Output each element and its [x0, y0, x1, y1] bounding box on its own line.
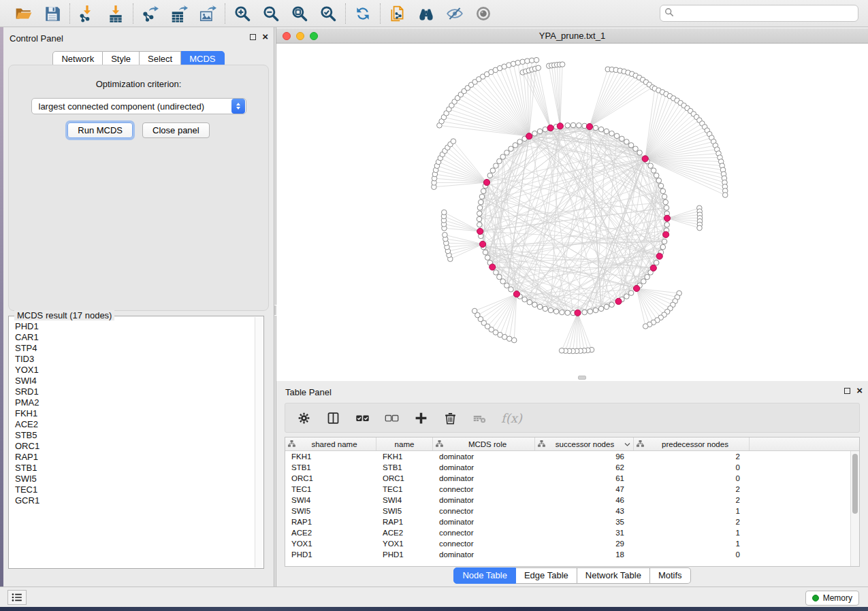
- zoom-fit-content-icon[interactable]: [290, 4, 309, 23]
- table-toolbar: f(x): [285, 403, 860, 433]
- cell-successor-nodes: 46: [535, 495, 634, 506]
- delete-columns-icon[interactable]: [443, 410, 457, 425]
- mcds-result-item[interactable]: GCR1: [15, 495, 255, 506]
- tab-edge-table[interactable]: Edge Table: [516, 567, 577, 584]
- mcds-result-item[interactable]: SWI5: [15, 474, 255, 484]
- memory-button[interactable]: Memory: [805, 591, 859, 606]
- binoculars-search-icon[interactable]: [417, 4, 436, 23]
- mcds-result-item[interactable]: TID3: [15, 354, 255, 365]
- column-header-successor-nodes[interactable]: successor nodes: [535, 437, 634, 450]
- export-image-icon[interactable]: [198, 4, 217, 23]
- cell-successor-nodes: 31: [535, 527, 634, 538]
- mcds-result-item[interactable]: CAR1: [15, 332, 255, 343]
- mcds-result-item[interactable]: FKH1: [15, 408, 255, 419]
- cell-name: SWI5: [376, 506, 433, 516]
- mcds-result-item[interactable]: SRD1: [15, 386, 255, 397]
- close-panel-button[interactable]: Close panel: [142, 122, 210, 138]
- window-close-icon[interactable]: [283, 32, 291, 40]
- mcds-result-item[interactable]: TEC1: [15, 484, 255, 495]
- select-all-checkboxes-icon[interactable]: [355, 410, 370, 425]
- mcds-list-scrollbar[interactable]: [255, 317, 263, 567]
- network-document-share-icon[interactable]: [388, 4, 407, 23]
- tab-node-table[interactable]: Node Table: [453, 567, 516, 584]
- table-row[interactable]: TEC1TEC1connector472: [285, 484, 850, 495]
- table-row[interactable]: RAP1RAP1dominator352: [285, 516, 850, 527]
- window-minimize-icon[interactable]: [296, 32, 304, 40]
- cell-name: STB1: [376, 462, 433, 473]
- canvas-splitter-grip[interactable]: [578, 376, 586, 380]
- mcds-result-item[interactable]: SWI4: [15, 376, 255, 386]
- open-folder-icon[interactable]: [14, 4, 33, 23]
- cell-successor-nodes: 96: [535, 451, 634, 462]
- table-row[interactable]: PHD1PHD1dominator180: [285, 549, 850, 560]
- memory-label: Memory: [823, 593, 852, 603]
- close-panel-icon[interactable]: ×: [262, 33, 268, 41]
- mcds-result-item[interactable]: ACE2: [15, 419, 255, 430]
- cell-shared-name: FKH1: [285, 451, 376, 462]
- mcds-result-item[interactable]: RAP1: [15, 452, 255, 463]
- show-columns-icon[interactable]: [325, 410, 340, 425]
- cell-MCDS-role: dominator: [433, 462, 535, 473]
- table-row[interactable]: SWI5SWI5connector431: [285, 506, 850, 516]
- search-input[interactable]: [677, 8, 854, 18]
- function-builder-icon: f(x): [501, 411, 522, 425]
- column-header-filler: [750, 437, 859, 450]
- column-settings-gear-icon[interactable]: [296, 410, 311, 425]
- close-table-panel-icon[interactable]: ×: [856, 386, 863, 395]
- mcds-result-item[interactable]: ORC1: [15, 441, 255, 452]
- cell-name: TEC1: [376, 484, 433, 495]
- task-history-list-icon[interactable]: [7, 590, 27, 605]
- mcds-result-item[interactable]: PHD1: [15, 321, 255, 332]
- window-zoom-icon[interactable]: [310, 32, 318, 40]
- zoom-in-icon[interactable]: [233, 4, 252, 23]
- export-table-icon[interactable]: [170, 4, 189, 23]
- cell-name: RAP1: [376, 516, 433, 527]
- save-session-icon[interactable]: [43, 4, 62, 23]
- cell-name: PHD1: [376, 549, 433, 560]
- column-label: predecessor nodes: [644, 440, 746, 448]
- column-label: name: [379, 440, 430, 448]
- add-column-icon[interactable]: [413, 410, 428, 425]
- table-row[interactable]: SWI4SWI4dominator462: [285, 495, 850, 506]
- optimization-criterion-dropdown[interactable]: largest connected component (undirected): [31, 98, 246, 114]
- table-row[interactable]: ACE2ACE2connector311: [285, 527, 850, 538]
- column-header-predecessor-nodes[interactable]: predecessor nodes: [634, 437, 750, 450]
- mcds-result-item[interactable]: STB1: [15, 463, 255, 474]
- table-row[interactable]: STB1STB1dominator620: [285, 462, 850, 473]
- cell-predecessor-nodes: 0: [634, 462, 750, 473]
- hide-eye-icon[interactable]: [445, 4, 464, 23]
- table-scrollbar[interactable]: [850, 451, 859, 566]
- export-network-icon[interactable]: [141, 4, 160, 23]
- cell-MCDS-role: connector: [433, 527, 535, 538]
- column-header-shared-name[interactable]: shared name: [285, 437, 376, 450]
- import-network-icon[interactable]: [78, 4, 97, 23]
- zoom-out-icon[interactable]: [261, 4, 280, 23]
- cell-shared-name: STB1: [285, 462, 376, 473]
- tab-motifs[interactable]: Motifs: [650, 567, 691, 584]
- network-search-box: [660, 5, 858, 22]
- mcds-result-item[interactable]: STB5: [15, 430, 255, 441]
- float-panel-icon[interactable]: [250, 34, 256, 40]
- cell-MCDS-role: dominator: [433, 549, 535, 560]
- table-row[interactable]: FKH1FKH1dominator962: [285, 451, 850, 462]
- table-row[interactable]: ORC1ORC1dominator610: [285, 473, 850, 484]
- table-scrollbar-thumb[interactable]: [852, 454, 858, 514]
- network-canvas[interactable]: [276, 44, 868, 381]
- table-row[interactable]: YOX1YOX1connector291: [285, 538, 850, 549]
- mcds-result-item[interactable]: PMA2: [15, 397, 255, 408]
- cell-shared-name: SWI4: [285, 495, 376, 506]
- column-header-name[interactable]: name: [376, 437, 433, 450]
- float-table-panel-icon[interactable]: [844, 388, 850, 394]
- column-header-MCDS-role[interactable]: MCDS role: [433, 437, 535, 450]
- refresh-view-icon[interactable]: [353, 4, 372, 23]
- deselect-all-checkboxes-icon[interactable]: [384, 410, 399, 425]
- column-label: MCDS role: [443, 440, 532, 448]
- tab-network-table[interactable]: Network Table: [577, 567, 650, 584]
- mcds-result-item[interactable]: STP4: [15, 343, 255, 354]
- network-graph: [276, 44, 868, 381]
- mcds-result-item[interactable]: YOX1: [15, 365, 255, 376]
- import-table-icon[interactable]: [106, 4, 125, 23]
- run-mcds-button[interactable]: Run MCDS: [67, 122, 133, 138]
- show-eye-icon[interactable]: [474, 4, 493, 23]
- zoom-selected-icon[interactable]: [319, 4, 338, 23]
